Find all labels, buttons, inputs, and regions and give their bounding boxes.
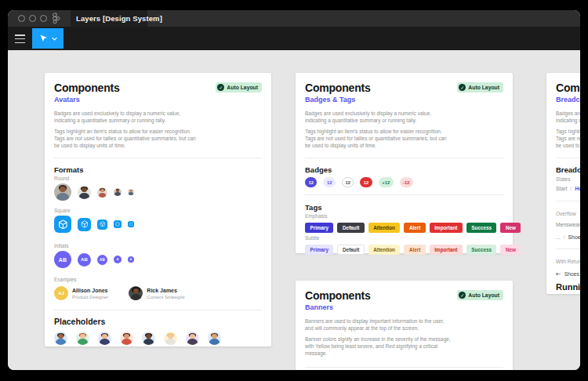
auto-layout-badge: ✓ Auto Layout: [457, 290, 503, 300]
breadcrumb-item: Home: [575, 186, 580, 191]
chevron-down-icon: [52, 37, 57, 41]
description-paragraph: Badges are used exclusively to display a…: [305, 110, 503, 124]
titlebar: Layers [Design System]: [8, 10, 580, 27]
tag-pill: Important: [430, 245, 463, 255]
description-paragraph: Tags highlight an item's status to allow…: [556, 128, 580, 149]
menu-button[interactable]: [15, 34, 25, 45]
avatar-square: [128, 221, 134, 227]
tag-pill: Default: [337, 245, 364, 255]
screen-background: Layers [Design System] Components A: [0, 0, 588, 381]
card-title: Components: [556, 82, 580, 94]
tag-pill: Important: [430, 223, 463, 233]
avatar-square: [54, 216, 71, 233]
avatar-photo: [129, 286, 143, 300]
move-tool-button[interactable]: [32, 28, 64, 49]
breadcrumb-separator: /: [570, 186, 572, 191]
badge-pill: 12: [323, 177, 335, 187]
square-avatar-row: [54, 216, 262, 233]
examples-row: AJ Allison Jones Product Designer: [54, 286, 262, 300]
example-user: AJ Allison Jones Product Designer: [54, 286, 108, 300]
description-paragraph: Banners are used to display important in…: [305, 318, 503, 332]
divider: [305, 367, 503, 368]
card-subtitle: Banners: [305, 303, 503, 311]
card-subtitle: Avatars: [54, 96, 262, 103]
placeholder-avatar: [76, 332, 89, 345]
breadcrumb-overflow-1: Menswear / Shoes: [556, 222, 580, 227]
tag-pill: Success: [466, 245, 497, 255]
avatar-initials: AB: [78, 253, 91, 267]
auto-layout-label: Auto Layout: [227, 85, 258, 90]
breadcrumb-separator: /: [564, 234, 565, 240]
avatar-initials: A: [128, 256, 134, 263]
initials-avatar-row: ABABABAA: [54, 251, 262, 268]
description-paragraph: Tags highlight an item's status to allow…: [54, 128, 262, 149]
placeholder-avatar: [98, 332, 111, 345]
breadcrumb-states: Start / Home: [556, 186, 580, 191]
cursor-icon: [39, 34, 49, 43]
avatar-initials: AJ: [54, 286, 68, 300]
tag-pill: Default: [337, 223, 364, 233]
breadcrumb-overflow-2: ... / Shoes: [556, 234, 580, 240]
design-canvas[interactable]: Components Avatars ✓ Auto Layout Badges …: [8, 50, 580, 370]
avatar-square: [97, 220, 107, 230]
badge-pill: 12: [342, 177, 354, 187]
placeholder-avatar-row: [54, 332, 262, 345]
avatar-square: [78, 218, 91, 231]
description-paragraph: Banner colors signify an increase in the…: [305, 336, 503, 357]
auto-layout-label: Auto Layout: [468, 292, 499, 298]
card-subtitle: Breadcrumbs: [556, 96, 580, 103]
badge-pill: -12: [400, 177, 413, 187]
figma-logo-icon: [53, 13, 60, 24]
auto-layout-badge: ✓ Auto Layout: [216, 82, 262, 93]
states-label: States: [556, 176, 580, 183]
tag-pill: New: [500, 245, 521, 255]
maximize-window-icon[interactable]: [40, 15, 47, 22]
badge-pill: 12: [360, 177, 372, 187]
hamburger-icon: [15, 34, 25, 36]
section-heading-badges: Badges: [305, 165, 503, 174]
frame-breadcrumbs[interactable]: Components Breadcrumbs Badges are used e…: [546, 73, 580, 294]
frame-badges-tags[interactable]: Components Badges & Tags ✓ Auto Layout B…: [296, 73, 513, 253]
divider: [305, 158, 503, 158]
divider: [54, 310, 262, 310]
back-label: Shoes: [564, 271, 579, 277]
tag-pill: Primary: [305, 245, 333, 255]
close-window-icon[interactable]: [18, 15, 25, 22]
avatar-round: [114, 188, 122, 196]
tag-pill: New: [500, 223, 521, 233]
placeholder-avatar: [142, 332, 155, 345]
avatar-shirt: [99, 193, 107, 198]
avatar-initials: A: [114, 256, 122, 263]
badge-pill: +12: [379, 177, 394, 187]
tag-pill: Attention: [368, 223, 401, 233]
frame-avatars[interactable]: Components Avatars ✓ Auto Layout Badges …: [45, 73, 271, 347]
tag-pill: Alert: [404, 223, 425, 233]
size-label-round: Round: [54, 176, 262, 182]
example-name: Allison Jones: [72, 287, 108, 294]
tag-pill: Primary: [305, 223, 333, 233]
check-icon: ✓: [217, 84, 224, 91]
size-label-square: Square: [54, 208, 262, 214]
section-heading-placeholders: Placeholders: [54, 317, 262, 326]
avatar-initials: AB: [54, 251, 71, 268]
subtle-tag-row: PrimaryDefaultAttentionAlertImportantSuc…: [305, 245, 503, 255]
emphasis-label: Emphasis: [305, 213, 503, 220]
badge-pill: 12: [305, 177, 317, 187]
avatar-head: [100, 189, 104, 193]
avatar-initials: AB: [97, 255, 107, 265]
avatar-round: [54, 183, 71, 201]
avatar-round: [128, 189, 134, 195]
frame-banners[interactable]: Components Banners ✓ Auto Layout Banners…: [296, 281, 513, 370]
avatar-round: [97, 187, 107, 198]
cube-icon: [81, 220, 89, 228]
example-user: Rick James Content Strategist: [129, 286, 184, 300]
section-heading-tags: Tags: [305, 203, 503, 212]
badge-row: 12121212+12-12: [305, 177, 503, 187]
page-title: Running Shoes: [556, 282, 580, 292]
breadcrumb-item: Start: [556, 186, 567, 191]
file-tab[interactable]: Layers [Design System]: [71, 10, 147, 27]
file-tab-label: Layers [Design System]: [76, 14, 162, 23]
auto-layout-badge: ✓ Auto Layout: [457, 82, 503, 93]
minimize-window-icon[interactable]: [29, 15, 36, 22]
examples-label: Examples: [54, 277, 262, 283]
